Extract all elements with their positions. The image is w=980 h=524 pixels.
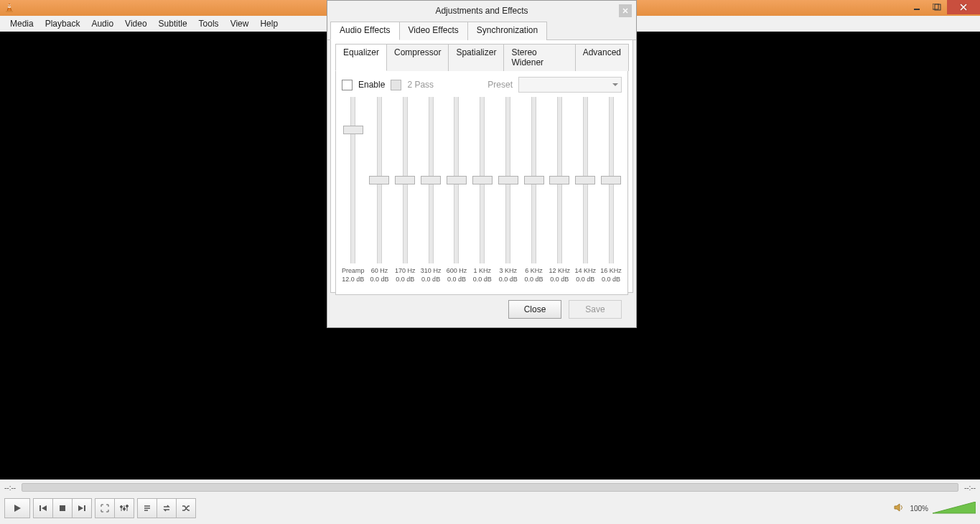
menu-playback[interactable]: Playback: [39, 19, 86, 29]
eq-band-0-db-label: 0.0 dB: [370, 275, 388, 284]
adjustments-effects-dialog: Adjustments and Effects Audio Effects Vi…: [327, 0, 637, 328]
play-button[interactable]: [4, 498, 30, 518]
chevron-down-icon: [612, 82, 618, 88]
eq-preamp-slider[interactable]: [350, 97, 355, 263]
preset-dropdown[interactable]: [518, 77, 622, 93]
tab-compressor[interactable]: Compressor: [386, 44, 449, 71]
fullscreen-button[interactable]: [95, 498, 115, 518]
save-button[interactable]: Save: [569, 300, 622, 319]
eq-preamp-db-label: 12.0 dB: [342, 275, 364, 284]
svg-marker-24: [895, 504, 900, 511]
eq-band-9-slider[interactable]: [609, 97, 614, 263]
tab-synchronization[interactable]: Synchronization: [467, 22, 547, 40]
menu-view[interactable]: View: [225, 19, 255, 29]
shuffle-button[interactable]: [177, 498, 196, 518]
prev-button[interactable]: [33, 498, 53, 518]
eq-band-3-db-label: 0.0 dB: [447, 275, 466, 284]
window-minimize-button[interactable]: [907, 0, 927, 14]
eq-band-0-slider[interactable]: [377, 97, 382, 263]
svg-point-18: [121, 506, 123, 508]
playlist-button[interactable]: [137, 498, 157, 518]
eq-band-1-freq-label: 170 Hz: [395, 266, 416, 275]
tab-video-effects[interactable]: Video Effects: [399, 22, 468, 40]
menu-media[interactable]: Media: [4, 19, 39, 29]
eq-band-8-slider[interactable]: [583, 97, 588, 263]
dialog-title-text: Adjustments and Effects: [435, 6, 528, 16]
eq-band-8-db-label: 0.0 dB: [576, 275, 594, 284]
svg-rect-10: [39, 505, 41, 511]
speaker-icon[interactable]: [894, 502, 905, 514]
close-button[interactable]: Close: [508, 300, 561, 319]
eq-band-1-slider[interactable]: [403, 97, 408, 263]
window-maximize-button[interactable]: [927, 0, 947, 14]
enable-checkbox[interactable]: [342, 80, 353, 90]
stop-button[interactable]: [53, 498, 73, 518]
tab-spatializer[interactable]: Spatializer: [448, 44, 504, 71]
extended-settings-button[interactable]: [115, 498, 134, 518]
seek-slider[interactable]: [22, 483, 958, 492]
eq-band-7-db-label: 0.0 dB: [550, 275, 569, 284]
svg-rect-3: [6, 11, 13, 12]
tab-audio-effects[interactable]: Audio Effects: [330, 22, 400, 40]
twopass-checkbox[interactable]: [391, 80, 401, 90]
eq-band-5-slider[interactable]: [505, 97, 510, 263]
eq-band-4: 1 KHz0.0 dB: [472, 97, 493, 284]
menu-tools[interactable]: Tools: [193, 19, 225, 29]
eq-band-7: 12 KHz0.0 dB: [549, 97, 570, 284]
dialog-title: Adjustments and Effects: [327, 1, 636, 21]
svg-marker-25: [933, 502, 976, 513]
eq-band-1-db-label: 0.0 dB: [396, 275, 414, 284]
eq-band-2-db-label: 0.0 dB: [421, 275, 440, 284]
eq-band-3: 600 Hz0.0 dB: [446, 97, 467, 284]
vlc-cone-icon: [4, 3, 14, 13]
eq-band-7-slider[interactable]: [557, 97, 562, 263]
eq-band-0-thumb[interactable]: [369, 176, 389, 184]
eq-band-0: 60 Hz0.0 dB: [369, 97, 391, 284]
eq-band-3-thumb[interactable]: [447, 176, 467, 184]
eq-band-4-freq-label: 1 KHz: [474, 266, 492, 275]
eq-band-4-thumb[interactable]: [472, 176, 493, 184]
eq-band-7-thumb[interactable]: [549, 176, 569, 184]
eq-band-5: 3 KHz0.0 dB: [498, 97, 519, 284]
volume-percent: 100%: [910, 505, 928, 513]
eq-preamp-thumb[interactable]: [343, 126, 363, 134]
eq-band-2-freq-label: 310 Hz: [421, 266, 442, 275]
eq-band-3-freq-label: 600 Hz: [447, 266, 467, 275]
loop-button[interactable]: [157, 498, 177, 518]
svg-marker-9: [14, 505, 21, 512]
tab-advanced[interactable]: Advanced: [575, 44, 629, 71]
svg-marker-28: [612, 83, 618, 86]
eq-band-3-slider[interactable]: [454, 97, 459, 263]
window-close-button[interactable]: [947, 0, 980, 14]
eq-band-6-slider[interactable]: [531, 97, 536, 263]
menu-video[interactable]: Video: [119, 19, 152, 29]
svg-rect-14: [84, 505, 85, 511]
eq-band-2-slider[interactable]: [429, 97, 434, 263]
menu-help[interactable]: Help: [254, 19, 284, 29]
eq-band-5-freq-label: 3 KHz: [499, 266, 517, 275]
eq-band-0-freq-label: 60 Hz: [371, 266, 388, 275]
eq-band-5-thumb[interactable]: [498, 176, 518, 184]
volume-slider[interactable]: [933, 502, 976, 515]
menu-subtitle[interactable]: Subtitle: [153, 19, 193, 29]
eq-band-4-slider[interactable]: [480, 97, 485, 263]
svg-point-19: [123, 508, 126, 510]
bottom-bar: --:-- --:-- 100%: [0, 479, 980, 524]
eq-band-8-thumb[interactable]: [575, 176, 595, 184]
dialog-close-button[interactable]: [619, 4, 632, 17]
eq-preamp: Preamp12.0 dB: [342, 97, 365, 284]
tab-equalizer[interactable]: Equalizer: [335, 44, 387, 71]
eq-band-8: 14 KHz0.0 dB: [574, 97, 596, 284]
twopass-label: 2 Pass: [407, 80, 434, 90]
time-elapsed: --:--: [4, 484, 16, 492]
eq-band-1-thumb[interactable]: [395, 176, 415, 184]
tab-stereo-widener[interactable]: Stereo Widener: [503, 44, 575, 71]
next-button[interactable]: [73, 498, 92, 518]
svg-marker-13: [78, 505, 83, 511]
eq-band-6-db-label: 0.0 dB: [524, 275, 543, 284]
eq-band-6-thumb[interactable]: [524, 176, 544, 184]
eq-band-9-thumb[interactable]: [601, 176, 621, 184]
eq-band-2-thumb[interactable]: [421, 176, 441, 184]
svg-rect-1: [8, 6, 11, 8]
menu-audio[interactable]: Audio: [85, 19, 119, 29]
